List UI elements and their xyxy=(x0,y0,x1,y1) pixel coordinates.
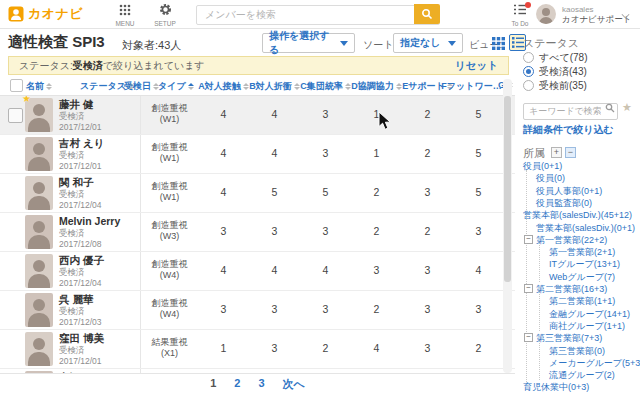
member-status: 受検済 xyxy=(59,345,104,356)
kaonavi-logo-icon xyxy=(8,6,24,22)
user-avatar[interactable] xyxy=(536,4,556,24)
table-row[interactable]: Melvin Jerry受検済2017/12/08創造重視(W3)333223 xyxy=(0,213,515,252)
tree-node[interactable]: 第一営業部(2+1) xyxy=(549,246,615,258)
table-row[interactable]: 吉沢 ひとみ xyxy=(0,369,515,374)
table-scrollbar-thumb[interactable] xyxy=(504,96,511,282)
member-cell[interactable]: 窪田 博美受検済2017/12/01 xyxy=(22,330,140,368)
status-radio[interactable] xyxy=(523,52,534,63)
sort-select[interactable]: 指定なし xyxy=(393,33,463,53)
member-search xyxy=(196,4,440,24)
member-status: 受検済 xyxy=(59,189,102,200)
grid-view-icon xyxy=(492,37,505,50)
column-header-7[interactable]: C集団統率 xyxy=(300,80,351,93)
action-select-button[interactable]: 操作を選択する xyxy=(262,33,355,53)
score-cell: 5 xyxy=(453,135,504,173)
status-radio-label[interactable]: 受検前(35) xyxy=(539,79,587,93)
table-row[interactable]: 窪田 博美受検済2017/12/01結果重視(X1)132432 xyxy=(0,330,515,369)
member-cell[interactable]: 吉沢 ひとみ xyxy=(22,369,140,374)
todo-button[interactable]: To Do xyxy=(505,2,535,27)
expand-all-button[interactable]: + xyxy=(551,147,562,158)
tree-node[interactable]: 役員人事部(0+1) xyxy=(536,185,602,197)
kaonavi-logo[interactable]: カオナビ xyxy=(8,5,83,23)
sort-value: 指定なし xyxy=(400,36,440,50)
page-link[interactable]: 3 xyxy=(258,377,264,392)
page-link[interactable]: 2 xyxy=(234,377,240,392)
member-search-input[interactable] xyxy=(196,5,440,25)
row-checkbox[interactable] xyxy=(8,108,23,123)
tree-node[interactable]: ITグループ(13+1) xyxy=(549,258,620,270)
tree-node[interactable]: 第一営業部(22+2) xyxy=(536,234,607,246)
column-header-6[interactable]: B対人折衝 xyxy=(249,80,300,93)
status-radio[interactable] xyxy=(523,80,534,91)
member-exam-date: 2017/12/01 xyxy=(59,122,102,133)
keyword-search-input[interactable] xyxy=(523,103,618,120)
member-cell[interactable]: Melvin Jerry受検済2017/12/08 xyxy=(22,213,140,251)
sort-caret-icon xyxy=(243,83,249,91)
table-row[interactable]: 吉村 えり受検済2017/12/01創造重視(W1)443125 xyxy=(0,135,515,174)
tree-node[interactable]: Webグループ(7) xyxy=(549,271,615,283)
table-row[interactable]: 西内 優子受検済2017/12/04創造重視(W4)444334 xyxy=(0,252,515,291)
score-cell: 3 xyxy=(198,213,249,251)
tree-node[interactable]: 金融グループ(14+1) xyxy=(549,308,630,320)
tree-node[interactable]: 営業本部(salesDiv.)(0+1) xyxy=(536,222,635,234)
type-cell: 創造重視(W4) xyxy=(140,291,198,329)
tree-node[interactable]: 第三営業部(7+3) xyxy=(536,332,602,344)
member-cell[interactable]: ★藤井 健受検済2017/12/01 xyxy=(22,96,140,134)
tree-node[interactable]: 役員監査部(0) xyxy=(536,197,592,209)
column-header-8[interactable]: D協調協力 xyxy=(351,80,402,93)
collapse-toggle-icon[interactable]: − xyxy=(524,333,533,342)
score-cell: 2 xyxy=(351,291,402,329)
tree-node[interactable]: 第二営業部(16+3) xyxy=(536,283,607,295)
table-row[interactable]: 呉 麗華受検済2017/12/03創造重視(W4)333233 xyxy=(0,291,515,330)
search-button[interactable] xyxy=(414,4,440,24)
page-title: 適性検査 SPI3 xyxy=(8,33,105,52)
member-cell[interactable]: 呉 麗華受検済2017/12/03 xyxy=(22,291,140,329)
setup-button[interactable]: SETUP xyxy=(148,2,182,27)
tree-node[interactable]: 役員(0+1) xyxy=(523,160,562,172)
score-cell: 4 xyxy=(249,96,300,134)
favorite-star-icon[interactable]: ★ xyxy=(622,101,632,114)
tree-node[interactable]: 商社グループ(1+1) xyxy=(549,320,625,332)
type-name: 創造重視 xyxy=(141,220,198,231)
table-row[interactable]: ★藤井 健受検済2017/12/01創造重視(W1)443125 xyxy=(0,96,515,135)
collapse-all-button[interactable]: − xyxy=(565,147,576,158)
reset-filter-link[interactable]: リセット xyxy=(455,59,498,73)
member-exam-date: 2017/12/08 xyxy=(59,239,120,250)
view-grid-button[interactable] xyxy=(492,36,505,49)
detail-filter-link[interactable]: 詳細条件で絞り込む xyxy=(523,123,614,137)
column-header-4[interactable]: タイプ xyxy=(158,80,194,93)
tree-node[interactable]: 役員(0) xyxy=(536,172,565,184)
tree-node[interactable]: メーカーグループ(5+3) xyxy=(549,357,640,369)
score-cell: 4 xyxy=(453,252,504,290)
column-header-5[interactable]: A対人接触 xyxy=(198,80,249,93)
tree-node[interactable]: 流通グループ(2) xyxy=(549,369,615,381)
tree-node[interactable]: 育児休業中(0+3) xyxy=(523,381,589,393)
type-cell xyxy=(140,369,198,374)
page-next-link[interactable]: 次へ xyxy=(283,377,305,392)
tree-node[interactable]: 営業本部(salesDiv.)(45+12) xyxy=(523,209,632,221)
menu-button[interactable]: MENU xyxy=(108,2,142,27)
user-menu-chevron-icon[interactable] xyxy=(622,10,630,18)
tree-node[interactable]: 第三営業部(0) xyxy=(549,345,605,357)
type-cell: 創造重視(W4) xyxy=(140,252,198,290)
score-cell: 2 xyxy=(402,96,453,134)
table-row[interactable]: 関 和子受検済2017/12/04創造重視(W1)455235 xyxy=(0,174,515,213)
table-body: ★藤井 健受検済2017/12/01創造重視(W1)443125吉村 えり受検済… xyxy=(0,96,515,374)
status-radio-label[interactable]: すべて(78) xyxy=(539,51,588,65)
member-status: 受検済 xyxy=(59,306,102,317)
member-cell[interactable]: 関 和子受検済2017/12/04 xyxy=(22,174,140,212)
column-header-10[interactable]: Fフットワー… xyxy=(450,80,501,93)
status-radio[interactable] xyxy=(523,66,534,77)
score-cell: 3 xyxy=(453,291,504,329)
collapse-toggle-icon[interactable]: − xyxy=(524,284,533,293)
score-cell: 4 xyxy=(198,174,249,212)
collapse-toggle-icon[interactable]: − xyxy=(524,235,533,244)
column-header-1[interactable]: 名前 xyxy=(26,80,52,93)
select-all-checkbox[interactable] xyxy=(10,79,23,92)
search-icon xyxy=(421,8,433,20)
column-header-3[interactable]: 受検日 xyxy=(124,80,159,93)
member-cell[interactable]: 西内 優子受検済2017/12/04 xyxy=(22,252,140,290)
tree-node[interactable]: 第二営業部(1+1) xyxy=(549,295,615,307)
status-radio-label[interactable]: 受検済(43) xyxy=(539,65,587,79)
member-cell[interactable]: 吉村 えり受検済2017/12/01 xyxy=(22,135,140,173)
